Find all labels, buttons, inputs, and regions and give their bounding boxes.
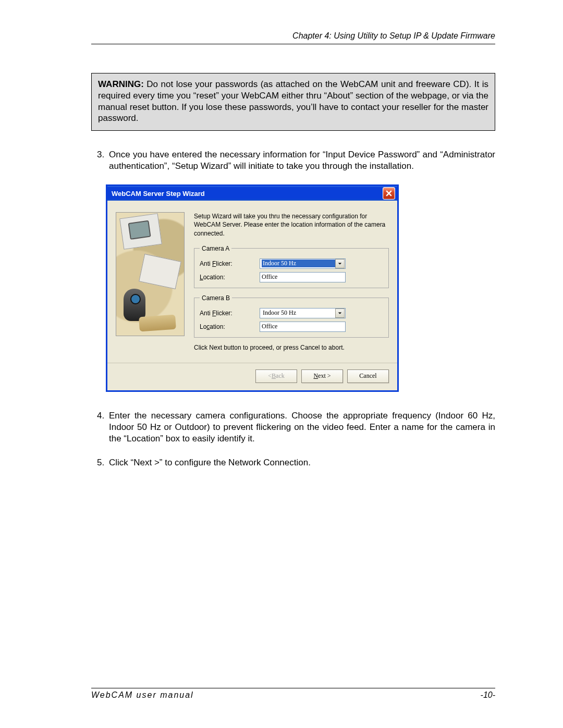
warning-title: WARNING: xyxy=(98,79,144,89)
wizard-window: WebCAM Server Step Wizard Setup Wizard w… xyxy=(106,184,399,392)
wizard-title: WebCAM Server Step Wizard xyxy=(112,190,205,198)
next-button[interactable]: Next > xyxy=(301,369,343,383)
step-4: Enter the necessary camera configuration… xyxy=(107,410,495,445)
warning-box: WARNING: Do not lose your passwords (as … xyxy=(91,73,495,131)
anti-flicker-b-value: Indoor 50 Hz xyxy=(262,309,335,317)
page-footer: WebCAM user manual -10- xyxy=(91,688,495,700)
location-b-input[interactable] xyxy=(260,322,346,332)
footer-manual-name: WebCAM user manual xyxy=(91,690,194,700)
manual-page: Chapter 4: Using Utility to Setup IP & U… xyxy=(0,0,563,728)
anti-flicker-b-label: Anti Flicker: xyxy=(200,310,260,317)
wizard-hint: Click Next button to proceed, or press C… xyxy=(194,344,389,351)
steps-list: Once you have entered the necessary info… xyxy=(91,149,495,172)
location-a-label: Location: xyxy=(200,274,260,281)
chevron-down-icon xyxy=(335,259,345,268)
wizard-titlebar: WebCAM Server Step Wizard xyxy=(107,186,397,201)
location-b-label: Location: xyxy=(200,323,260,330)
chapter-header: Chapter 4: Using Utility to Setup IP & U… xyxy=(91,31,495,44)
camera-b-legend: Camera B xyxy=(200,294,232,302)
step-5: Click “Next >” to configure the Network … xyxy=(107,457,495,468)
camera-b-group: Camera B Anti Flicker: Indoor 50 Hz Loca… xyxy=(194,294,389,338)
steps-list-cont: Enter the necessary camera configuration… xyxy=(91,410,495,468)
anti-flicker-b-select[interactable]: Indoor 50 Hz xyxy=(260,308,346,318)
anti-flicker-a-select[interactable]: Indoor 50 Hz xyxy=(260,258,346,269)
wizard-button-row: < Back Next > Cancel xyxy=(107,363,397,390)
wizard-illustration xyxy=(116,212,185,336)
footer-page-number: -10- xyxy=(481,690,495,700)
warning-body: Do not lose your passwords (as attached … xyxy=(98,79,488,123)
cancel-button[interactable]: Cancel xyxy=(347,369,389,383)
close-icon xyxy=(386,190,392,196)
anti-flicker-a-label: Anti Flicker: xyxy=(200,260,260,267)
wizard-intro-text: Setup Wizard will take you thru the nece… xyxy=(194,212,389,238)
close-button[interactable] xyxy=(383,187,395,200)
chevron-down-icon xyxy=(335,309,345,318)
step-3: Once you have entered the necessary info… xyxy=(107,149,495,172)
wizard-screenshot: WebCAM Server Step Wizard Setup Wizard w… xyxy=(106,184,495,392)
anti-flicker-a-value: Indoor 50 Hz xyxy=(262,260,335,267)
back-button: < Back xyxy=(255,369,297,383)
camera-a-group: Camera A Anti Flicker: Indoor 50 Hz Loca… xyxy=(194,245,389,288)
camera-a-legend: Camera A xyxy=(200,245,231,252)
location-a-input[interactable] xyxy=(260,272,346,282)
